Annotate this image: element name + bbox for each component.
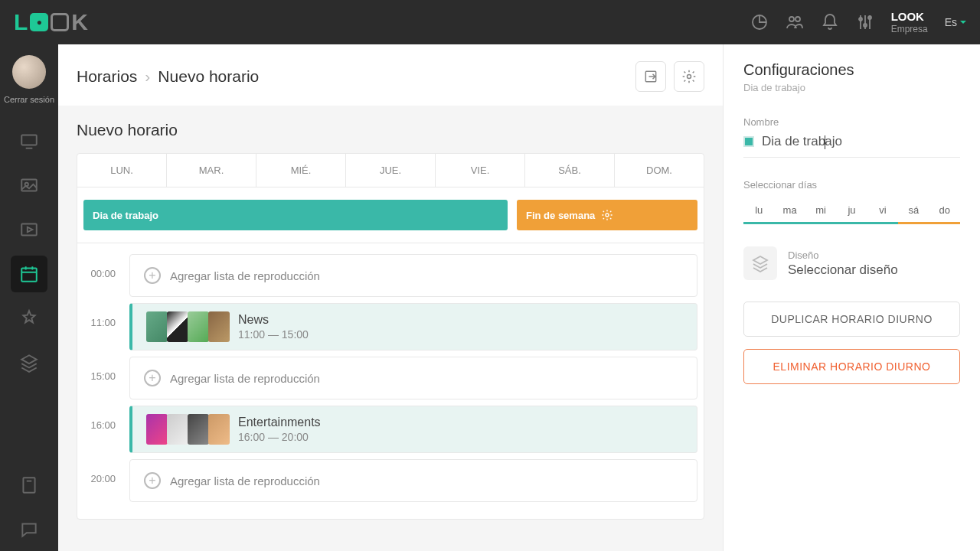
nav-scenarios-icon[interactable] (11, 300, 47, 337)
nav-schedules-icon[interactable] (11, 256, 47, 292)
svg-rect-9 (21, 223, 37, 235)
day-toggle[interactable]: sá (898, 197, 929, 224)
svg-point-1 (789, 17, 794, 21)
panel-subtitle: Dia de trabajo (743, 82, 960, 93)
nav-screens-icon[interactable] (11, 122, 47, 159)
week-day: SÁB. (525, 154, 615, 187)
block-workday[interactable]: Dia de trabajo (83, 200, 508, 230)
time-label: 20:00 (83, 459, 116, 484)
panel-title: Configuraciones (743, 61, 960, 79)
day-toggle[interactable]: lu (743, 197, 774, 224)
plus-icon: + (144, 370, 161, 386)
nav-playlists-icon[interactable] (11, 211, 47, 248)
svg-point-2 (795, 17, 800, 21)
days-selector: lumamijuvisádo (743, 197, 960, 227)
stats-icon[interactable] (750, 13, 769, 31)
svg-rect-11 (23, 478, 34, 493)
breadcrumb: Horarios › Nuevo horario (77, 67, 259, 86)
svg-point-14 (606, 214, 609, 217)
timeline: 00:00+Agregar lista de reproducción11:00… (77, 243, 704, 519)
bell-icon[interactable] (821, 13, 839, 31)
avatar[interactable] (12, 55, 46, 89)
logout-link[interactable]: Cerrar sesión (4, 95, 54, 104)
plus-icon: + (144, 267, 161, 284)
name-label: Nombre (743, 116, 960, 128)
week-day: LUN. (77, 154, 167, 187)
timeline-row: 15:00+Agregar lista de reproducción (83, 357, 697, 399)
time-label: 16:00 (83, 406, 116, 431)
duplicate-button[interactable]: DUPLICAR HORARIO DIURNO (743, 302, 960, 337)
thumbnails (146, 414, 229, 445)
playlist-slot[interactable]: News11:00 — 15:00 (129, 303, 697, 350)
delete-button[interactable]: ELIMINAR HORARIO DIURNO (743, 349, 960, 384)
day-blocks-row: Dia de trabajo Fin de semana (77, 187, 704, 243)
week-day: MIÉ. (256, 154, 346, 187)
week-day: MAR. (167, 154, 256, 187)
export-button[interactable] (635, 61, 666, 92)
playlist-title: Entertainments (238, 416, 321, 429)
week-day: VIE. (436, 154, 525, 187)
playlist-time: 16:00 — 20:00 (238, 431, 321, 443)
timeline-row: 16:00Entertainments16:00 — 20:00 (83, 406, 697, 453)
time-label: 11:00 (83, 303, 116, 328)
nav-help-icon[interactable] (11, 467, 47, 504)
thumbnails (146, 311, 229, 342)
nav-media-icon[interactable] (11, 167, 47, 204)
playlist-slot[interactable]: Entertainments16:00 — 20:00 (129, 406, 697, 453)
logo[interactable]: LK (14, 9, 88, 35)
timeline-row: 20:00+Agregar lista de reproducción (83, 459, 697, 502)
add-playlist-slot[interactable]: +Agregar lista de reproducción (129, 459, 697, 502)
timeline-row: 11:00News11:00 — 15:00 (83, 303, 697, 350)
time-label: 15:00 (83, 357, 116, 382)
settings-button[interactable] (674, 61, 704, 92)
design-value: Seleccionar diseño (788, 262, 898, 278)
layers-icon (743, 246, 777, 280)
svg-rect-10 (21, 268, 37, 281)
color-swatch[interactable] (743, 136, 754, 147)
user-name: LOOK (891, 10, 928, 24)
days-label: Seleccionar días (743, 179, 960, 191)
playlist-time: 11:00 — 15:00 (238, 328, 309, 341)
nav-layers-icon[interactable] (11, 344, 47, 381)
day-toggle[interactable]: vi (867, 197, 898, 224)
page-title: Nuevo horario (77, 121, 704, 139)
user-role: Empresa (891, 24, 928, 34)
users-icon[interactable] (786, 13, 804, 31)
week-header: LUN.MAR.MIÉ.JUE.VIE.SÁB.DOM. (77, 154, 704, 187)
nav-chat-icon[interactable] (11, 511, 47, 548)
timeline-row: 00:00+Agregar lista de reproducción (83, 254, 697, 297)
block-weekend[interactable]: Fin de semana (517, 200, 697, 230)
add-playlist-slot[interactable]: +Agregar lista de reproducción (129, 254, 697, 297)
gear-icon (601, 209, 613, 221)
breadcrumb-current: Nuevo horario (158, 67, 259, 86)
schedule-card: LUN.MAR.MIÉ.JUE.VIE.SÁB.DOM. Dia de trab… (77, 153, 704, 520)
day-toggle[interactable]: do (929, 197, 960, 224)
week-day: JUE. (346, 154, 436, 187)
plus-icon: + (144, 472, 161, 489)
add-playlist-slot[interactable]: +Agregar lista de reproducción (129, 357, 697, 399)
design-selector[interactable]: Diseño Seleccionar diseño (743, 246, 960, 280)
sidebar: Cerrar sesión (0, 44, 58, 551)
user-block[interactable]: LOOK Empresa (891, 10, 928, 34)
content: Horarios › Nuevo horario Nuevo horario L… (58, 44, 723, 551)
day-toggle[interactable]: ma (774, 197, 805, 224)
chevron-right-icon: › (145, 67, 150, 86)
name-input[interactable]: Dia de trabajo (743, 134, 960, 158)
svg-point-13 (688, 75, 691, 79)
breadcrumb-root[interactable]: Horarios (77, 67, 137, 86)
settings-panel: Configuraciones Dia de trabajo Nombre Di… (723, 44, 980, 551)
language-selector[interactable]: Es (945, 16, 966, 28)
playlist-title: News (238, 313, 309, 327)
week-day: DOM. (615, 154, 704, 187)
sliders-icon[interactable] (856, 13, 874, 31)
svg-rect-6 (21, 135, 37, 145)
topbar: LK LOOK Empresa Es (0, 0, 980, 44)
day-toggle[interactable]: ju (836, 197, 867, 224)
day-toggle[interactable]: mi (805, 197, 836, 224)
time-label: 00:00 (83, 254, 116, 279)
design-label: Diseño (788, 249, 898, 261)
